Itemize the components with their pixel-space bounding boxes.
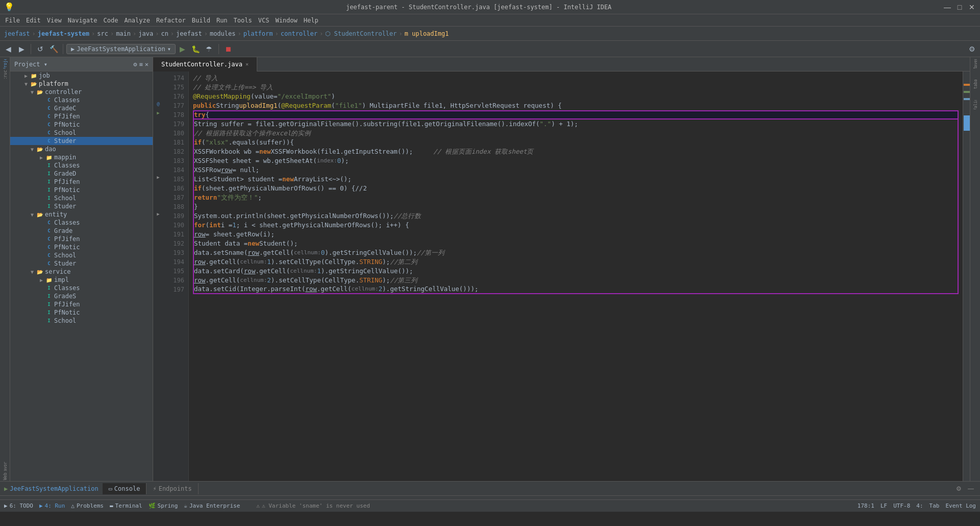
list-item[interactable]: C Grade [10, 227, 153, 235]
list-item[interactable]: I Classes [10, 284, 153, 292]
collapse-icon[interactable]: ≡ [139, 61, 143, 68]
maven-icon[interactable]: Maven [971, 59, 980, 68]
menu-navigate[interactable]: Navigate [65, 16, 101, 25]
list-item[interactable]: ▼ 📂 platform [10, 80, 153, 88]
list-item[interactable]: I School [10, 317, 153, 325]
gutter-fold-icon[interactable]: ▶ [157, 110, 159, 115]
run-status[interactable]: ▶ 4: Run [39, 503, 65, 509]
breadcrumb-controller[interactable]: controller [281, 30, 317, 37]
run-minimize-button[interactable]: — [966, 484, 976, 494]
breadcrumb-platform[interactable]: platform [243, 30, 273, 37]
list-item[interactable]: ▼ 📂 dao [10, 145, 153, 153]
breadcrumb-class[interactable]: ⬡ StudentController [325, 30, 397, 37]
breadcrumb-system[interactable]: jeefast-system [38, 30, 89, 37]
toolbar-build-button[interactable]: 🔨 [47, 43, 60, 55]
problems-status[interactable]: △ Problems [71, 503, 104, 509]
list-item[interactable]: ▼ 📂 entity [10, 210, 153, 219]
code-editor[interactable]: @ ▶ ▶ ▶ [153, 71, 970, 481]
code-content[interactable]: // 导入 // 处理文件上传==> 导入 @RequestMapping(va… [189, 71, 963, 481]
menu-code[interactable]: Code [101, 16, 121, 25]
menu-analyze[interactable]: Analyze [121, 16, 153, 25]
list-item[interactable]: C Studer [10, 137, 153, 145]
run-settings-button[interactable]: ⚙ [953, 484, 964, 494]
list-item[interactable]: ▼ 📂 service [10, 268, 153, 276]
java-enterprise-status[interactable]: ☕ Java Enterprise [184, 503, 240, 509]
code-line-190: for (int i = 1; i < sheet.getPhysicalNum… [193, 221, 959, 230]
gear-icon[interactable]: ⚙ [133, 61, 137, 68]
stop-button[interactable]: ⏹ [222, 43, 234, 55]
list-item[interactable]: C PfJifen [10, 235, 153, 243]
toolbar-settings[interactable]: ⚙ [966, 43, 978, 55]
coverage-button[interactable]: ☂ [203, 43, 215, 55]
menu-tools[interactable]: Tools [231, 16, 255, 25]
menu-build[interactable]: Build [189, 16, 213, 25]
tab-student-controller[interactable]: StudentController.java ✕ [153, 57, 257, 71]
menu-edit[interactable]: Edit [23, 16, 44, 25]
list-item[interactable]: I School [10, 194, 153, 202]
menu-window[interactable]: Window [272, 16, 300, 25]
tab-info[interactable]: Tab [929, 503, 940, 509]
toolbar-refresh-button[interactable]: ↺ [34, 43, 46, 55]
minimize-button[interactable]: — [943, 3, 951, 11]
list-item[interactable]: C PfNotic [10, 243, 153, 251]
favorites-icon[interactable]: ★-Favorites [1, 462, 10, 471]
list-item[interactable]: C Classes [10, 219, 153, 227]
list-item[interactable]: ▼ 📂 controller [10, 88, 153, 96]
list-item[interactable]: C Classes [10, 96, 153, 104]
list-item[interactable]: I PfJifen [10, 300, 153, 308]
list-item[interactable]: ▶ 📁 impl [10, 276, 153, 284]
list-item[interactable]: C PfNotic [10, 121, 153, 129]
list-item[interactable]: I GradeS [10, 292, 153, 300]
list-item[interactable]: I GradeD [10, 170, 153, 178]
tab-label: StudentController.java [161, 61, 242, 68]
tab-close-icon[interactable]: ✕ [246, 61, 249, 67]
breadcrumb-method[interactable]: m uploadImg1 [405, 30, 449, 37]
toolbar-forward-button[interactable]: ▶ [15, 43, 28, 55]
list-item[interactable]: ▶ 📁 mappin [10, 153, 153, 161]
toolbar-back-button[interactable]: ◀ [2, 43, 14, 55]
cursor-position[interactable]: 178:1 [857, 503, 874, 509]
gutter-fold-icon[interactable]: ▶ [157, 211, 159, 217]
list-item[interactable]: I PfNotic [10, 186, 153, 194]
menu-help[interactable]: Help [301, 16, 322, 25]
list-item[interactable]: I Classes [10, 161, 153, 170]
code-token: ( [278, 101, 282, 110]
code-token: value [254, 92, 274, 101]
event-log[interactable]: Event Log [945, 503, 976, 509]
list-item[interactable]: I PfNotic [10, 308, 153, 317]
menu-file[interactable]: File [2, 16, 23, 25]
list-item[interactable]: I PfJifen [10, 178, 153, 186]
terminal-status[interactable]: ▬ Terminal [110, 503, 142, 509]
run-button[interactable]: ▶ [177, 43, 189, 55]
line-ending[interactable]: LF [880, 503, 887, 509]
gutter-fold-icon[interactable]: ▶ [157, 175, 159, 180]
list-item[interactable]: I Studer [10, 202, 153, 210]
bean-icon[interactable]: Bean Validation [971, 100, 980, 109]
breadcrumb-jeefast[interactable]: jeefast [4, 30, 30, 37]
list-item[interactable]: C GradeC [10, 104, 153, 112]
list-item[interactable]: C School [10, 251, 153, 259]
database-icon[interactable]: Database [971, 80, 980, 89]
list-item[interactable]: C Studer [10, 259, 153, 268]
close-panel-icon[interactable]: ✕ [145, 61, 149, 68]
project-icon[interactable]: 1-Project [1, 59, 10, 68]
encoding[interactable]: UTF-8 [893, 503, 910, 509]
maximize-button[interactable]: □ [955, 3, 964, 11]
tab-endpoints[interactable]: ⚡ Endpoints [146, 483, 198, 494]
indent-info[interactable]: 4: [916, 503, 923, 509]
run-config-dropdown[interactable]: ▶ JeeFastSystemApplication ▾ [66, 44, 176, 54]
list-item[interactable]: C PfJifen [10, 112, 153, 121]
list-item[interactable]: C School [10, 129, 153, 137]
menu-run[interactable]: Run [213, 16, 231, 25]
menu-view[interactable]: View [44, 16, 65, 25]
list-item[interactable]: ▶ 📁 job [10, 71, 153, 80]
todo-status[interactable]: ▶ 6: TODO [4, 503, 33, 509]
debug-button[interactable]: 🐛 [190, 43, 202, 55]
menu-refactor[interactable]: Refactor [153, 16, 189, 25]
close-button[interactable]: ✕ [968, 3, 976, 11]
tab-console[interactable]: ▭ Console [103, 483, 147, 494]
structure-icon[interactable]: 2-Structure [1, 69, 10, 79]
menu-vcs[interactable]: VCS [255, 16, 273, 25]
spring-status[interactable]: 🌿 Spring [149, 503, 178, 509]
web-icon[interactable]: Web [1, 472, 10, 481]
